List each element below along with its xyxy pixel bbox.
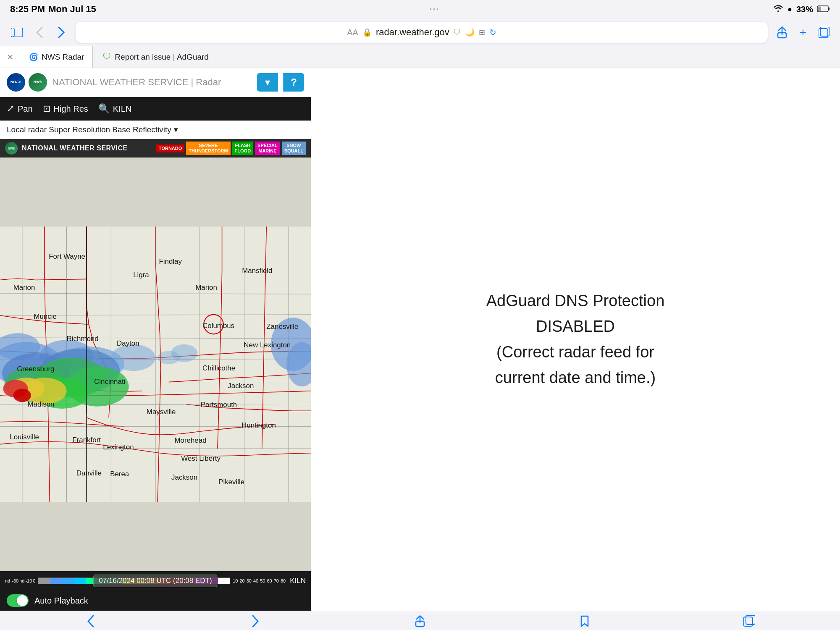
svg-text:Muncie: Muncie xyxy=(34,313,57,321)
high-res-label: High Res xyxy=(54,104,88,114)
lock-icon: 🔒 xyxy=(362,28,372,37)
radar-toolbar: ⤢ Pan ⊡ High Res 🔍 KILN xyxy=(0,97,311,121)
pan-button[interactable]: ⤢ Pan xyxy=(7,103,33,114)
svg-text:Pikeville: Pikeville xyxy=(218,478,244,486)
status-bar: 8:25 PM Mon Jul 15 ··· ● 33% xyxy=(0,0,840,18)
pan-label: Pan xyxy=(18,104,33,114)
svg-text:Richmond: Richmond xyxy=(67,335,99,343)
high-res-button[interactable]: ⊡ High Res xyxy=(43,103,88,114)
auto-playback-toggle[interactable] xyxy=(7,594,29,607)
pan-icon: ⤢ xyxy=(7,103,14,114)
radar-type-dropdown-icon: ▾ xyxy=(174,125,178,134)
active-tab[interactable]: 🌀 NWS Radar xyxy=(21,46,93,68)
right-panel: AdGuard DNS Protection DISABLED (Correct… xyxy=(311,68,840,611)
svg-text:Zanesville: Zanesville xyxy=(266,323,298,331)
sidebar-toggle-button[interactable] xyxy=(8,24,25,41)
radar-station: KILN xyxy=(290,577,306,585)
nws-dropdown-button[interactable]: ▾ xyxy=(257,73,278,92)
warning-badges: TORNADO SEVERETHUNDERSTORM FLASHFLOOD SP… xyxy=(156,142,306,155)
timestamp-text: 07/16/2024 00:08 UTC (20:08 EDT) xyxy=(99,577,212,585)
svg-text:Findlay: Findlay xyxy=(159,258,182,266)
nws-help-button[interactable]: ? xyxy=(283,73,304,92)
adguard-tab[interactable]: 🛡 Report an issue | AdGuard xyxy=(93,46,840,68)
svg-point-44 xyxy=(158,351,180,365)
svg-text:Frankfort: Frankfort xyxy=(72,436,101,444)
radar-bottom-bar: nd -30 nd -10 0 xyxy=(0,571,311,591)
privacy-icon: ● xyxy=(788,5,792,14)
battery-label: 33% xyxy=(796,5,813,14)
tabs-button[interactable] xyxy=(816,25,832,40)
adguard-line3: (Correct radar feed for xyxy=(496,343,654,361)
share-button[interactable] xyxy=(774,25,790,40)
high-res-icon: ⊡ xyxy=(43,103,50,114)
radar-type-label: Local radar Super Resolution Base Reflec… xyxy=(7,125,171,134)
nws-radar-panel: NOAA NWS NATIONAL WEATHER SERVICE | Rada… xyxy=(0,68,311,611)
adguard-line4: current date and time.) xyxy=(495,369,656,386)
nws-warning-bar: NWS NATIONAL WEATHER SERVICE TORNADO SEV… xyxy=(0,139,311,158)
svg-text:Portsmouth: Portsmouth xyxy=(201,401,237,409)
nws-tab-icon: 🌀 xyxy=(29,52,38,62)
radar-type-selector[interactable]: Local radar Super Resolution Base Reflec… xyxy=(0,121,311,139)
snow-squall-badge: SNOWSQUALL xyxy=(282,142,306,155)
svg-text:New Lexington: New Lexington xyxy=(244,341,291,349)
svg-text:Jackson: Jackson xyxy=(228,382,254,390)
radar-timestamp: 07/16/2024 00:08 UTC (20:08 EDT) xyxy=(93,575,217,587)
noaa-logo: NOAA xyxy=(7,73,25,92)
svg-text:Greensburg: Greensburg xyxy=(17,365,54,373)
back-button[interactable] xyxy=(32,25,47,40)
svg-text:Lexington: Lexington xyxy=(103,444,134,452)
nws-subtitle: | Radar xyxy=(191,77,221,87)
dots-indicator: ··· xyxy=(430,5,440,14)
nws-warning-logo: NWS xyxy=(5,142,18,155)
bottom-bookmarks-button[interactable] xyxy=(574,611,595,630)
adguard-line2: DISABLED xyxy=(536,318,615,335)
bottom-nav xyxy=(0,611,840,630)
tab-label: NWS Radar xyxy=(42,52,84,62)
tab-bar: ✕ 🌀 NWS Radar 🛡 Report an issue | AdGuar… xyxy=(0,46,840,68)
main-content: NOAA NWS NATIONAL WEATHER SERVICE | Rada… xyxy=(0,68,840,611)
kiln-label: KILN xyxy=(113,104,131,114)
svg-text:Madison: Madison xyxy=(28,400,55,408)
translate-icon: ⊞ xyxy=(479,28,485,37)
svg-text:Danville: Danville xyxy=(76,469,102,477)
radar-map[interactable]: Fort Wayne Findlay Mansfield Ligra Mario… xyxy=(0,158,311,571)
forward-button[interactable] xyxy=(54,25,69,40)
reload-button[interactable]: ↻ xyxy=(489,27,496,37)
svg-text:Berea: Berea xyxy=(110,470,129,478)
svg-rect-3 xyxy=(11,28,23,37)
url-display[interactable]: radar.weather.gov xyxy=(376,27,449,38)
kiln-search-button[interactable]: 🔍 KILN xyxy=(98,103,131,114)
special-marine-badge: SPECIALMARINE xyxy=(255,142,280,155)
auto-playback-bar: Auto Playback xyxy=(0,591,311,611)
auto-playback-label: Auto Playback xyxy=(34,596,88,606)
aa-label[interactable]: AA xyxy=(347,28,358,37)
svg-text:Chillicothe: Chillicothe xyxy=(202,364,235,372)
svg-text:Maysville: Maysville xyxy=(147,408,176,416)
browser-actions: + xyxy=(774,25,832,40)
svg-text:Jackson: Jackson xyxy=(171,474,197,482)
address-bar[interactable]: AA 🔒 radar.weather.gov 🛡 🌙 ⊞ ↻ xyxy=(76,22,768,43)
tab-close-button[interactable]: ✕ xyxy=(0,46,21,68)
svg-text:Marion: Marion xyxy=(195,284,217,291)
nws-logos: NOAA NWS xyxy=(7,73,47,92)
svg-text:Ligra: Ligra xyxy=(133,271,149,279)
adguard-tab-icon: 🛡 xyxy=(103,52,111,62)
time-label: 8:25 PM xyxy=(10,4,45,15)
bottom-back-button[interactable] xyxy=(80,611,101,630)
svg-text:Dayton: Dayton xyxy=(117,339,139,347)
search-icon: 🔍 xyxy=(98,103,110,114)
bottom-share-button[interactable] xyxy=(410,611,430,630)
bottom-forward-button[interactable] xyxy=(245,611,266,630)
flash-flood-badge: FLASHFLOOD xyxy=(232,142,254,155)
adguard-message: AdGuard DNS Protection DISABLED (Correct… xyxy=(486,288,665,390)
nws-title-text: NATIONAL WEATHER SERVICE xyxy=(52,77,188,87)
nws-warning-title: NATIONAL WEATHER SERVICE xyxy=(22,144,128,152)
browser-chrome: AA 🔒 radar.weather.gov 🛡 🌙 ⊞ ↻ + xyxy=(0,18,840,46)
svg-rect-2 xyxy=(818,6,821,11)
new-tab-button[interactable]: + xyxy=(795,25,811,40)
bottom-tabs-button[interactable] xyxy=(739,611,760,630)
nws-logo: NWS xyxy=(29,73,47,92)
svg-rect-1 xyxy=(828,8,830,10)
svg-rect-4 xyxy=(11,28,14,37)
adguard-line1: AdGuard DNS Protection xyxy=(486,292,665,310)
